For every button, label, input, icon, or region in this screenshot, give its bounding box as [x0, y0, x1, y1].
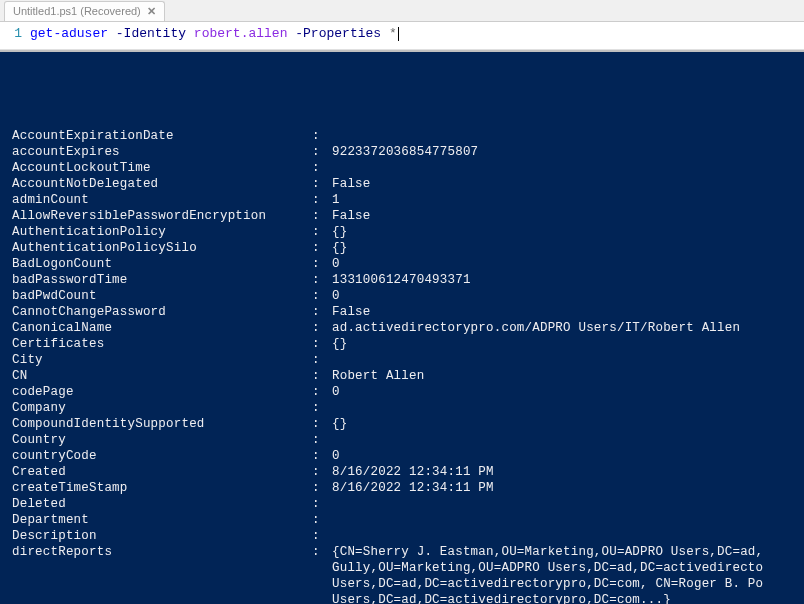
property-separator: : — [312, 304, 332, 320]
property-name: AuthenticationPolicy — [12, 224, 312, 240]
property-value: {} — [332, 416, 792, 432]
property-name: createTimeStamp — [12, 480, 312, 496]
property-value — [332, 352, 792, 368]
file-tab[interactable]: Untitled1.ps1 (Recovered) ✕ — [4, 1, 165, 21]
property-name: Certificates — [12, 336, 312, 352]
property-separator: : — [312, 336, 332, 352]
property-name: AccountNotDelegated — [12, 176, 312, 192]
property-row: createTimeStamp: 8/16/2022 12:34:11 PM — [12, 480, 792, 496]
property-value — [332, 512, 792, 528]
property-separator: : — [312, 496, 332, 512]
property-name: CN — [12, 368, 312, 384]
property-separator: : — [312, 528, 332, 544]
script-editor[interactable]: 1 get-aduser -Identity robert.allen -Pro… — [0, 22, 804, 50]
property-name: CanonicalName — [12, 320, 312, 336]
property-row: countryCode: 0 — [12, 448, 792, 464]
property-value: 0 — [332, 448, 792, 464]
property-row: codePage: 0 — [12, 384, 792, 400]
property-separator: : — [312, 208, 332, 224]
property-row: directReports: {CN=Sherry J. Eastman,OU=… — [12, 544, 792, 560]
property-value: Robert Allen — [332, 368, 792, 384]
property-separator: : — [312, 128, 332, 144]
operator-token: * — [389, 26, 397, 41]
property-name: CannotChangePassword — [12, 304, 312, 320]
property-name: BadLogonCount — [12, 256, 312, 272]
property-name: Department — [12, 512, 312, 528]
property-separator: : — [312, 320, 332, 336]
property-row: AccountNotDelegated: False — [12, 176, 792, 192]
property-separator: : — [312, 176, 332, 192]
property-value: {} — [332, 336, 792, 352]
property-value: False — [332, 304, 792, 320]
code-line[interactable]: get-aduser -Identity robert.allen -Prope… — [30, 22, 399, 49]
line-number: 1 — [0, 22, 30, 49]
property-row: AuthenticationPolicy: {} — [12, 224, 792, 240]
property-value: {} — [332, 224, 792, 240]
property-separator: : — [312, 272, 332, 288]
property-value: 8/16/2022 12:34:11 PM — [332, 464, 792, 480]
property-separator: : — [312, 384, 332, 400]
property-name: AuthenticationPolicySilo — [12, 240, 312, 256]
property-row: accountExpires: 9223372036854775807 — [12, 144, 792, 160]
property-row: BadLogonCount: 0 — [12, 256, 792, 272]
property-name: AccountLockoutTime — [12, 160, 312, 176]
property-name: Company — [12, 400, 312, 416]
property-value: {CN=Sherry J. Eastman,OU=Marketing,OU=AD… — [332, 544, 792, 560]
property-name: codePage — [12, 384, 312, 400]
property-row: Country: — [12, 432, 792, 448]
property-separator: : — [312, 224, 332, 240]
property-row: CannotChangePassword: False — [12, 304, 792, 320]
text-cursor — [398, 27, 399, 41]
param-token: -Properties — [287, 26, 388, 41]
property-value — [332, 400, 792, 416]
property-separator: : — [312, 416, 332, 432]
property-row: AccountLockoutTime: — [12, 160, 792, 176]
property-value — [332, 496, 792, 512]
property-row: City: — [12, 352, 792, 368]
property-name: Description — [12, 528, 312, 544]
property-row: Company: — [12, 400, 792, 416]
property-separator: : — [312, 480, 332, 496]
property-value: 133100612470493371 — [332, 272, 792, 288]
property-name: City — [12, 352, 312, 368]
property-row: Description: — [12, 528, 792, 544]
property-row: AllowReversiblePasswordEncryption: False — [12, 208, 792, 224]
property-separator: : — [312, 160, 332, 176]
property-row: Created: 8/16/2022 12:34:11 PM — [12, 464, 792, 480]
property-name: Deleted — [12, 496, 312, 512]
property-name: countryCode — [12, 448, 312, 464]
property-value: 8/16/2022 12:34:11 PM — [332, 480, 792, 496]
property-name: directReports — [12, 544, 312, 560]
property-name: AccountExpirationDate — [12, 128, 312, 144]
tab-title: Untitled1.ps1 (Recovered) — [13, 5, 141, 17]
console-output[interactable]: AccountExpirationDate: accountExpires: 9… — [0, 50, 804, 604]
value-token: robert.allen — [194, 26, 288, 41]
property-value-continuation: Users,DC=ad,DC=activedirectorypro,DC=com… — [12, 576, 792, 592]
property-value: 1 — [332, 192, 792, 208]
property-value: False — [332, 176, 792, 192]
property-row: badPasswordTime: 133100612470493371 — [12, 272, 792, 288]
property-row: CN: Robert Allen — [12, 368, 792, 384]
property-separator: : — [312, 240, 332, 256]
property-row: CanonicalName: ad.activedirectorypro.com… — [12, 320, 792, 336]
property-separator: : — [312, 448, 332, 464]
close-icon[interactable]: ✕ — [147, 5, 156, 18]
property-separator: : — [312, 512, 332, 528]
property-separator: : — [312, 432, 332, 448]
property-value — [332, 160, 792, 176]
param-token: -Identity — [108, 26, 194, 41]
property-value: 0 — [332, 384, 792, 400]
cmdlet-token: get-aduser — [30, 26, 108, 41]
property-value — [332, 432, 792, 448]
property-separator: : — [312, 400, 332, 416]
property-row: Certificates: {} — [12, 336, 792, 352]
property-separator: : — [312, 144, 332, 160]
property-value-continuation: Users,DC=ad,DC=activedirectorypro,DC=com… — [12, 592, 792, 604]
property-row: CompoundIdentitySupported: {} — [12, 416, 792, 432]
tab-bar: Untitled1.ps1 (Recovered) ✕ — [0, 0, 804, 22]
property-separator: : — [312, 352, 332, 368]
property-name: CompoundIdentitySupported — [12, 416, 312, 432]
property-row: Deleted: — [12, 496, 792, 512]
property-separator: : — [312, 544, 332, 560]
property-name: Created — [12, 464, 312, 480]
